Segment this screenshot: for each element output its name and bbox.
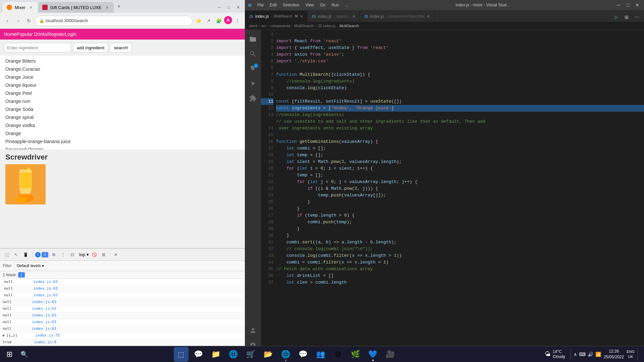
bc-multisearch[interactable]: MultiSearch (294, 24, 314, 28)
console-link[interactable]: index.js:63 (24, 286, 58, 291)
show-desktop-btn[interactable] (637, 348, 640, 361)
tab-giftcards[interactable]: Gift Cards | MUTED LUXE ✕ (38, 2, 114, 13)
menu-file[interactable]: File (255, 1, 266, 9)
suggestion-squeezed[interactable]: Squeezed Orange (0, 145, 245, 149)
nav-login[interactable]: Login (65, 32, 76, 37)
menu-more[interactable]: ... (342, 1, 351, 9)
ingredient-input[interactable] (4, 43, 71, 52)
nav-register[interactable]: Register (47, 32, 65, 37)
console-link[interactable]: index.js:63 (24, 293, 58, 297)
suggestion-orange-juice[interactable]: Orange Juice (0, 73, 245, 81)
suggestion-orange[interactable]: Orange (0, 129, 245, 137)
close-devtools-btn[interactable]: ✕ (112, 251, 120, 259)
taskbar-edge[interactable]: 🌐 (226, 347, 241, 362)
suggestion-orange-peel[interactable]: Orange Peel (0, 89, 245, 97)
menu-edit[interactable]: Edit (267, 1, 279, 9)
maximize-btn[interactable]: □ (225, 3, 233, 11)
new-tab-button[interactable]: + (114, 2, 124, 11)
taskbar-file-manager[interactable]: 📂 (261, 347, 276, 362)
explorer-icon[interactable] (246, 33, 260, 46)
menu-view[interactable]: View (303, 1, 317, 9)
console-link[interactable]: index.js:63 (23, 306, 56, 311)
suggestion-pineapple[interactable]: Pineapple-orange-banana juice (0, 137, 245, 145)
bc-indexjs[interactable]: JS index.js (318, 24, 335, 28)
split-editor-btn[interactable]: ⊞ (622, 12, 631, 22)
taskbar-explorer[interactable]: 📁 (209, 347, 223, 362)
tab-close-searchbar[interactable]: ✕ (427, 14, 430, 19)
more-btn[interactable]: ⋮ (233, 16, 242, 25)
taskbar-settings[interactable]: ⚙ (331, 347, 345, 362)
minimize-btn[interactable]: ─ (215, 3, 223, 11)
tab-close-pages[interactable]: ✕ (352, 14, 356, 19)
default-levels-btn[interactable]: Default levels ▾ (14, 262, 46, 269)
search-taskbar-btn[interactable]: 🔍 (17, 348, 31, 361)
tab-giftcards-close[interactable]: ✕ (104, 5, 110, 10)
taskbar-discord[interactable]: 💬 (296, 347, 311, 362)
tab-close-multisearch[interactable]: ✕ (300, 14, 303, 19)
taskbar-teams[interactable]: 💬 (191, 347, 206, 362)
menu-go[interactable]: Go (317, 1, 328, 9)
tab-mixer-close[interactable]: ✕ (28, 5, 34, 10)
bc-client[interactable]: client (249, 24, 258, 28)
vscode-tab-searchbar[interactable]: JS index.js ...\components\SearchBar ✕ (360, 11, 434, 22)
taskbar-another[interactable]: 🌿 (348, 347, 363, 362)
code-area[interactable]: 12345 678910 11 1213 14 1516171819 20212… (261, 30, 644, 355)
console-link[interactable]: index.js:63 (23, 313, 56, 317)
vscode-tab-multisearch[interactable]: JS index.js ...\MultiSearch M ✕ (245, 11, 308, 22)
start-button[interactable]: ⊞ (3, 348, 16, 361)
extensions-icon[interactable] (246, 92, 260, 105)
taskbar-vscode[interactable]: 💙 (366, 347, 380, 362)
taskbar-browser-app[interactable]: 🌐 (278, 347, 293, 362)
user-avatar[interactable]: A (224, 16, 232, 24)
clear-console-btn[interactable]: 🚫 (90, 251, 98, 259)
code-text[interactable]: import React from 'react' import { useEf… (276, 30, 644, 355)
menu-selection[interactable]: Selection (280, 1, 302, 9)
pointer-icon[interactable]: ↖ (12, 251, 20, 259)
network-icon[interactable]: 📶 (595, 352, 601, 357)
console-link[interactable]: index.js:63 (23, 326, 56, 331)
run-icon[interactable] (246, 77, 260, 90)
reload-button[interactable]: ↻ (24, 16, 34, 25)
taskbar-store[interactable]: 🛒 (244, 347, 258, 362)
search-icon[interactable] (246, 47, 260, 61)
dock-btn[interactable]: ⊡ (68, 251, 76, 259)
add-ingredient-button[interactable]: add ingredient (73, 43, 108, 52)
suggestion-orange-spiral[interactable]: Orange spiral (0, 113, 245, 121)
forward-button[interactable]: › (13, 16, 23, 25)
top-selector[interactable]: top ▾ (79, 252, 89, 257)
console-link[interactable]: index.js:63 (23, 300, 56, 304)
console-link[interactable]: index.js:63 (24, 280, 58, 284)
back-button[interactable]: ‹ (3, 16, 12, 25)
address-bar[interactable]: 🔒 localhost:3000/search (35, 16, 193, 26)
expand-icon[interactable]: ▶ (3, 333, 5, 338)
more-actions-btn[interactable]: ⋯ (632, 12, 641, 22)
weather-widget[interactable]: 🌤 14°C Cloudy (542, 348, 568, 360)
speaker-icon[interactable]: 🔊 (588, 352, 593, 357)
taskbar-tasklist[interactable]: ⬚ (174, 347, 189, 362)
menu-run[interactable]: Run (329, 1, 341, 9)
more-devtools-btn[interactable]: ⋮ (59, 251, 67, 259)
console-link[interactable]: index.js:8 (23, 340, 56, 344)
device-icon[interactable]: 📱 (21, 251, 30, 259)
vscode-close[interactable]: ✕ (633, 1, 641, 9)
nav-home[interactable]: Home (4, 32, 16, 37)
suggestion-orange-curacao[interactable]: Orange Curacao (0, 65, 245, 73)
show-drawer-btn[interactable]: ⊞ (100, 251, 108, 259)
elements-icon[interactable]: ⬜ (3, 251, 11, 259)
run-debug-btn[interactable]: ▷ (612, 12, 621, 22)
bookmark-btn[interactable]: ⭐ (194, 16, 203, 25)
taskbar-video[interactable]: 🎥 (383, 347, 398, 362)
search-button[interactable]: search! (110, 43, 132, 52)
keyboard-icon[interactable]: ⌨ (579, 352, 586, 357)
tab-mixer[interactable]: Mixer ✕ (3, 2, 38, 13)
console-link[interactable]: index.js:63 (23, 320, 56, 324)
bc-src[interactable]: src (261, 24, 266, 28)
account-icon[interactable] (246, 324, 260, 337)
bc-components[interactable]: components (270, 24, 290, 28)
code-editor[interactable]: 12345 678910 11 1213 14 1516171819 20212… (261, 30, 644, 355)
suggestion-orange-bitters[interactable]: Orange Bitters (0, 57, 245, 65)
bc-multisearch-fn[interactable]: MultiSearch (339, 24, 359, 28)
settings-icon[interactable]: ⚙ (50, 251, 58, 259)
extensions-btn[interactable]: 🧩 (214, 16, 223, 25)
console-link[interactable]: index.js:75 (26, 333, 60, 338)
